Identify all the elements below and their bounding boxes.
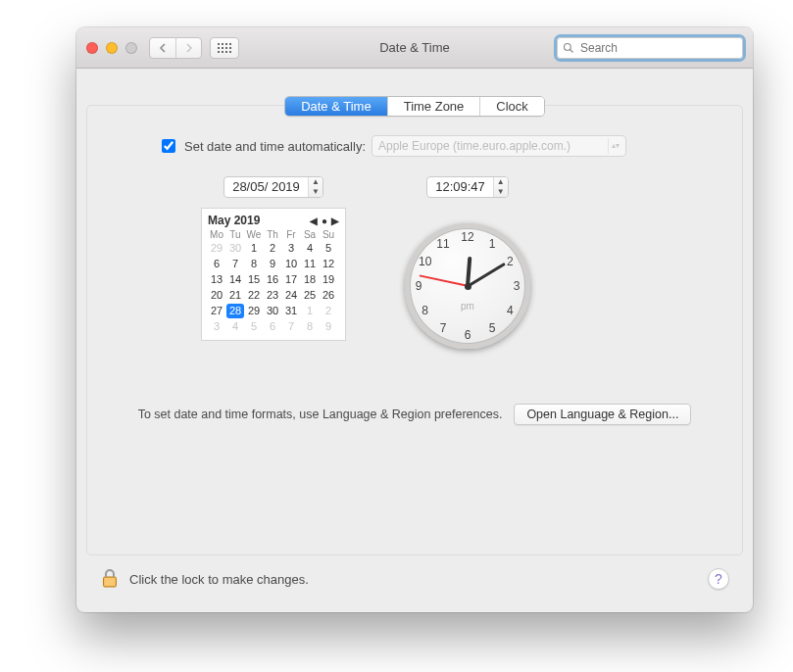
calendar-day[interactable]: 13 bbox=[208, 272, 225, 287]
calendar-title: May 2019 bbox=[208, 214, 260, 227]
calendar-day[interactable]: 26 bbox=[320, 288, 337, 303]
clock-number: 3 bbox=[514, 279, 520, 293]
calendar-day[interactable]: 15 bbox=[245, 272, 263, 287]
clock-number: 9 bbox=[416, 279, 422, 293]
calendar-day[interactable]: 29 bbox=[245, 304, 263, 318]
calendar-day[interactable]: 12 bbox=[320, 257, 337, 271]
calendar-dow: Sa bbox=[301, 229, 319, 240]
calendar-day: 9 bbox=[320, 319, 337, 334]
clock-number: 1 bbox=[489, 237, 496, 251]
calendar-day[interactable]: 7 bbox=[226, 257, 244, 271]
calendar-day[interactable]: 19 bbox=[320, 272, 337, 287]
calendar-day[interactable]: 30 bbox=[264, 304, 281, 318]
clock-number: 10 bbox=[419, 255, 431, 268]
clock-number: 5 bbox=[489, 321, 496, 335]
search-field[interactable] bbox=[557, 37, 743, 59]
calendar-day[interactable]: 5 bbox=[320, 241, 337, 256]
calendar-day[interactable]: 17 bbox=[282, 272, 300, 287]
calendar-day[interactable]: 28 bbox=[226, 304, 244, 318]
calendar-day[interactable]: 1 bbox=[245, 241, 263, 256]
calendar-day[interactable]: 20 bbox=[208, 288, 225, 303]
calendar-day[interactable]: 23 bbox=[264, 288, 281, 303]
minimize-icon[interactable] bbox=[106, 42, 118, 54]
help-button[interactable]: ? bbox=[708, 568, 729, 590]
analog-clock: 121234567891011 pm bbox=[405, 223, 530, 349]
search-input[interactable] bbox=[578, 40, 737, 56]
calendar-day[interactable]: 31 bbox=[282, 304, 300, 318]
calendar: May 2019 ◀ ● ▶ MoTuWeThFrSaSu29301234567… bbox=[201, 208, 346, 341]
calendar-dow: Mo bbox=[208, 229, 225, 240]
calendar-day[interactable]: 24 bbox=[282, 288, 300, 303]
time-column: 12:09:47 ▲ ▼ 121234567891011 pm bbox=[405, 176, 530, 349]
calendar-day: 29 bbox=[208, 241, 225, 256]
svg-point-0 bbox=[565, 43, 571, 50]
calendar-day: 3 bbox=[208, 319, 225, 334]
calendar-day[interactable]: 16 bbox=[264, 272, 281, 287]
show-all-button[interactable] bbox=[210, 37, 239, 59]
calendar-day[interactable]: 6 bbox=[208, 257, 225, 271]
calendar-day[interactable]: 8 bbox=[245, 257, 263, 271]
calendar-day: 5 bbox=[245, 319, 263, 334]
calendar-day[interactable]: 25 bbox=[301, 288, 319, 303]
preferences-window: Date & Time Date & Time Time Zone Clock … bbox=[76, 27, 753, 612]
clock-hub bbox=[465, 283, 471, 290]
calendar-day[interactable]: 9 bbox=[264, 257, 281, 271]
step-down-icon[interactable]: ▼ bbox=[309, 187, 322, 197]
grid-icon bbox=[218, 43, 231, 53]
format-row: To set date and time formats, use Langua… bbox=[115, 404, 715, 425]
date-value: 28/05/ 2019 bbox=[224, 177, 308, 197]
date-stepper[interactable]: 28/05/ 2019 ▲ ▼ bbox=[223, 176, 323, 198]
calendar-day: 6 bbox=[264, 319, 281, 334]
calendar-day[interactable]: 27 bbox=[208, 304, 225, 318]
calendar-day[interactable]: 21 bbox=[226, 288, 244, 303]
stepper-arrows: ▲ ▼ bbox=[308, 177, 322, 197]
calendar-prev-icon[interactable]: ◀ bbox=[310, 216, 318, 226]
calendar-next-icon[interactable]: ▶ bbox=[331, 216, 339, 226]
columns: 28/05/ 2019 ▲ ▼ May 2019 ◀ ● ▶ bbox=[115, 176, 715, 349]
clock-number: 6 bbox=[465, 328, 471, 342]
close-icon[interactable] bbox=[86, 42, 98, 54]
forward-button[interactable] bbox=[175, 38, 201, 58]
clock-number: 11 bbox=[436, 237, 449, 251]
chevron-updown-icon: ▴▾ bbox=[608, 138, 621, 154]
time-server-select[interactable]: Apple Europe (time.euro.apple.com.) ▴▾ bbox=[372, 135, 626, 157]
footer: Click the lock to make changes. ? bbox=[86, 555, 743, 602]
calendar-dow: Th bbox=[264, 229, 281, 240]
calendar-day[interactable]: 10 bbox=[282, 257, 300, 271]
calendar-today-icon[interactable]: ● bbox=[322, 216, 327, 226]
calendar-dow: Fr bbox=[282, 229, 300, 240]
clock-number: 2 bbox=[507, 255, 514, 268]
calendar-day: 2 bbox=[320, 304, 337, 318]
clock-number: 7 bbox=[440, 321, 447, 335]
tab-clock[interactable]: Clock bbox=[479, 97, 544, 116]
autoset-label: Set date and time automatically: bbox=[184, 139, 366, 154]
svg-line-1 bbox=[570, 49, 573, 52]
calendar-day: 30 bbox=[226, 241, 244, 256]
stepper-arrows: ▲ ▼ bbox=[493, 177, 508, 197]
calendar-day[interactable]: 3 bbox=[282, 241, 300, 256]
calendar-day[interactable]: 18 bbox=[301, 272, 319, 287]
date-time-pane: Set date and time automatically: Apple E… bbox=[86, 105, 743, 555]
titlebar: Date & Time bbox=[76, 27, 753, 69]
calendar-day[interactable]: 22 bbox=[245, 288, 263, 303]
calendar-day[interactable]: 11 bbox=[301, 257, 319, 271]
ampm-label: pm bbox=[461, 301, 474, 312]
calendar-day[interactable]: 14 bbox=[226, 272, 244, 287]
footer-text: Click the lock to make changes. bbox=[129, 572, 309, 587]
tab-time-zone[interactable]: Time Zone bbox=[387, 97, 480, 116]
back-button[interactable] bbox=[150, 38, 175, 58]
calendar-day[interactable]: 2 bbox=[264, 241, 281, 256]
tab-date-time[interactable]: Date & Time bbox=[285, 97, 387, 116]
step-up-icon[interactable]: ▲ bbox=[494, 177, 508, 187]
calendar-grid: MoTuWeThFrSaSu29301234567891011121314151… bbox=[208, 229, 339, 334]
open-language-region-button[interactable]: Open Language & Region... bbox=[514, 404, 691, 425]
time-stepper[interactable]: 12:09:47 ▲ ▼ bbox=[426, 176, 509, 198]
clock-number: 4 bbox=[507, 304, 514, 317]
lock-icon[interactable] bbox=[100, 568, 120, 590]
calendar-day[interactable]: 4 bbox=[301, 241, 319, 256]
autoset-checkbox[interactable] bbox=[162, 139, 175, 153]
step-down-icon[interactable]: ▼ bbox=[494, 187, 508, 197]
format-text: To set date and time formats, use Langua… bbox=[138, 408, 503, 421]
step-up-icon[interactable]: ▲ bbox=[309, 177, 322, 187]
window-title: Date & Time bbox=[379, 40, 450, 55]
